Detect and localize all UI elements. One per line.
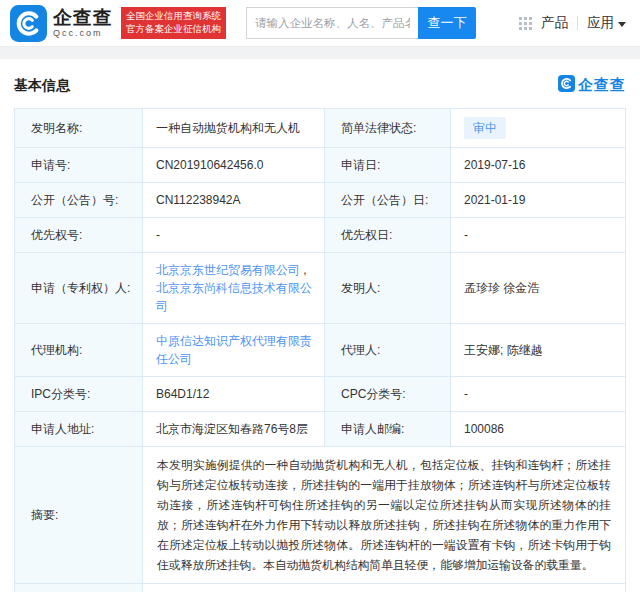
applicant-separator: , <box>300 263 307 277</box>
brand-domain: Qcc.com <box>53 29 113 38</box>
agency-label: 代理机构: <box>15 324 143 377</box>
certification-badge-line2: 官方备案企业征信机构 <box>126 23 221 34</box>
qcc-logo-icon <box>10 5 47 42</box>
application-number-value: CN201910642456.0 <box>143 148 325 183</box>
agents-value: 王安娜; 陈继越 <box>451 324 626 377</box>
abstract-value: 本发明实施例提供的一种自动抛货机构和无人机，包括定位板、挂钩和连钩杆；所述挂钩与… <box>143 447 626 584</box>
inventors-value: 孟珍珍 徐金浩 <box>451 253 626 324</box>
nav-apps[interactable]: 应用 <box>587 14 626 32</box>
priority-date-label: 优先权日: <box>325 218 451 253</box>
cpc-label: CPC分类号: <box>325 377 451 412</box>
applicant-link-2[interactable]: 北京京东尚科信息技术有限公司 <box>156 281 312 313</box>
legal-status-value: 1 2021-01-19 公开 <box>143 584 626 592</box>
nav-divider <box>577 16 578 30</box>
section-title: 基本信息 <box>14 77 70 95</box>
search-bar: 查一下 <box>246 7 476 39</box>
ipc-label: IPC分类号: <box>15 377 143 412</box>
qcc-logo[interactable]: 企查查 Qcc.com 全国企业信用查询系统 官方备案企业征信机构 <box>10 5 226 42</box>
simple-legal-status-label: 简单法律状态: <box>325 109 451 148</box>
qcc-watermark-text: 企查查 <box>578 76 626 95</box>
simple-legal-status-value: 审中 <box>451 109 626 148</box>
applicant-link-1[interactable]: 北京京东世纪贸易有限公司 <box>156 263 300 277</box>
agency-value: 中原信达知识产权代理有限责任公司 <box>143 324 325 377</box>
agency-link[interactable]: 中原信达知识产权代理有限责任公司 <box>156 332 316 368</box>
nav-products[interactable]: 产品 <box>541 14 568 32</box>
section-header: 基本信息 企查查 <box>14 75 626 96</box>
address-value: 北京市海淀区知春路76号8层 <box>143 412 325 447</box>
certification-badge-line1: 全国企业信用查询系统 <box>126 10 221 21</box>
chevron-down-icon <box>618 22 626 27</box>
brand-text: 企查查 Qcc.com <box>53 8 113 38</box>
agents-label: 代理人: <box>325 324 451 377</box>
qcc-watermark: 企查查 <box>558 75 626 96</box>
header-nav: 产品 应用 <box>519 14 630 32</box>
postcode-value: 100086 <box>451 412 626 447</box>
postcode-label: 申请人邮编: <box>325 412 451 447</box>
publication-date-label: 公开（公告）日: <box>325 183 451 218</box>
nav-apps-label: 应用 <box>587 14 614 32</box>
apps-grid-icon[interactable] <box>519 17 532 30</box>
search-button[interactable]: 查一下 <box>418 7 476 39</box>
priority-number-label: 优先权号: <box>15 218 143 253</box>
publication-number-value: CN112238942A <box>143 183 325 218</box>
status-badge: 审中 <box>464 117 506 139</box>
application-date-label: 申请日: <box>325 148 451 183</box>
application-number-label: 申请号: <box>15 148 143 183</box>
brand-name: 企查查 <box>53 8 113 27</box>
invention-name-label: 发明名称: <box>15 109 143 148</box>
address-label: 申请人地址: <box>15 412 143 447</box>
abstract-label: 摘要: <box>15 447 143 584</box>
basic-info-panel: 基本信息 企查查 发明名称: 一种自动抛货机构和无人机 简单法律状态: 审中 申… <box>0 59 640 592</box>
applicant-value: 北京京东世纪贸易有限公司 , 北京京东尚科信息技术有限公司 <box>143 253 325 324</box>
patent-info-table: 发明名称: 一种自动抛货机构和无人机 简单法律状态: 审中 申请号: CN201… <box>14 108 626 592</box>
priority-date-value: - <box>451 218 626 253</box>
applicant-label: 申请（专利权）人: <box>15 253 143 324</box>
top-header: 企查查 Qcc.com 全国企业信用查询系统 官方备案企业征信机构 查一下 产品… <box>0 0 640 47</box>
cpc-value: - <box>451 377 626 412</box>
invention-name-value: 一种自动抛货机构和无人机 <box>143 109 325 148</box>
ipc-value: B64D1/12 <box>143 377 325 412</box>
certification-badge: 全国企业信用查询系统 官方备案企业征信机构 <box>121 7 226 39</box>
publication-date-value: 2021-01-19 <box>451 183 626 218</box>
inventors-label: 发明人: <box>325 253 451 324</box>
publication-number-label: 公开（公告）号: <box>15 183 143 218</box>
legal-status-label: 法律状态: <box>15 584 143 592</box>
qcc-watermark-icon <box>558 75 575 96</box>
search-input[interactable] <box>246 7 418 39</box>
priority-number-value: - <box>143 218 325 253</box>
application-date-value: 2019-07-16 <box>451 148 626 183</box>
